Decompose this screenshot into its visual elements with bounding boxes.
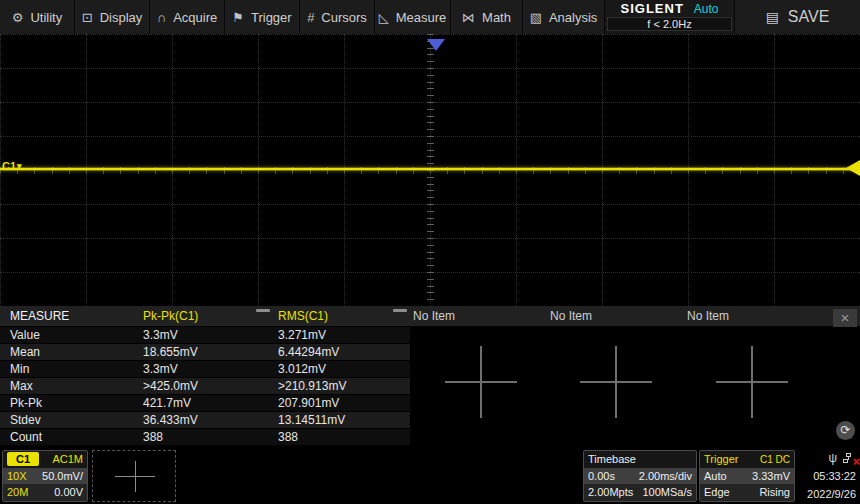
analysis-icon: ▧ [530,10,542,25]
save-button[interactable]: ▤ SAVE [735,0,860,34]
channel1-offset: 0.00V [54,486,83,498]
table-row: Min3.3mV3.012mV [0,361,410,377]
trigger-title: Trigger [704,453,738,465]
table-row: Value3.3mV3.271mV [0,327,410,343]
table-cell: 3.3mV [143,362,178,376]
table-cell: Stdev [10,413,41,427]
table-cell: Pk-Pk [10,396,42,410]
trigger-descriptor[interactable]: Trigger C1 DC Auto 3.33mV Edge Rising [699,450,795,502]
status-panel[interactable]: SIGLENT Auto f < 2.0Hz [605,0,735,34]
channel1-scale: 50.0mV/ [42,470,83,482]
table-cell: Value [10,328,40,342]
table-row: Count388388 [0,429,410,445]
reset-statistics-icon[interactable]: ⟳ [836,421,855,440]
acquire-icon: ∩ [157,10,166,25]
table-cell: 207.901mV [278,396,339,410]
table-cell: 388 [278,430,298,444]
trigger-mode: Auto [704,470,727,482]
add-measure-2-button[interactable] [580,346,652,418]
acquisition-status: Auto [694,2,719,16]
table-row: Pk-Pk421.7mV207.901mV [0,395,410,411]
remove-measure-1-button[interactable] [256,309,270,312]
measure-empty-slot-1[interactable]: No Item [413,309,455,323]
menu-analysis[interactable]: ▧ Analysis [523,0,605,34]
measure-empty-slot-2[interactable]: No Item [550,309,592,323]
usb-icon: ψ [828,451,837,465]
trigger-level: 3.33mV [752,470,790,482]
table-cell: Mean [10,345,40,359]
trigger-type: Edge [704,486,730,498]
brand-logo: SIGLENT [620,1,683,16]
channel1-chip: C1 [7,452,39,466]
channel1-trace [0,168,860,170]
table-cell: 6.44294mV [278,345,339,359]
math-icon: ⋈ [462,10,475,25]
clock-time: 05:33:22 [813,470,856,483]
frequency-counter: f < 2.0Hz [607,17,732,31]
measure-title: MEASURE [10,309,69,323]
datetime-panel[interactable]: ψ × 05:33:22 2022/9/26 [800,450,858,502]
table-cell: >425.0mV [143,379,198,393]
table-cell: 3.3mV [143,328,178,342]
flag-icon: ⚑ [232,10,244,25]
menu-cursors[interactable]: # Cursors [300,0,375,34]
table-cell: 3.271mV [278,328,326,342]
measure-empty-slot-3[interactable]: No Item [687,309,729,323]
measurement-panel: MEASURE Pk-Pk(C1) RMS(C1) No Item No Ite… [0,306,860,446]
trigger-source: C1 DC [760,454,790,465]
marker-arrow-icon: ▾ [17,161,22,171]
clock-date: 2022/9/26 [807,488,856,501]
remove-measure-2-button[interactable] [393,309,407,312]
channel1-bandwidth: 20M [7,486,28,498]
table-cell: 421.7mV [143,396,191,410]
close-measure-panel-button[interactable]: × [833,309,857,327]
table-row: Stdev36.433mV13.14511mV [0,412,410,428]
channel1-offset-marker[interactable]: C1 ▾ [2,160,22,172]
table-row: Mean18.655mV6.44294mV [0,344,410,360]
measurement-header: MEASURE Pk-Pk(C1) RMS(C1) No Item No Ite… [0,306,860,326]
table-cell: 18.655mV [143,345,198,359]
add-measure-1-button[interactable] [445,346,517,418]
measurement-rows: Value3.3mV3.271mVMean18.655mV6.44294mVMi… [0,327,410,446]
cursors-icon: # [307,10,314,25]
menu-trigger[interactable]: ⚑ Trigger [225,0,300,34]
save-icon: ▤ [766,9,779,25]
table-cell: Min [10,362,29,376]
measure-col1-header: Pk-Pk(C1) [143,309,198,323]
add-measure-3-button[interactable] [716,346,788,418]
lan-disconnected-icon: × [843,453,856,464]
add-channel-button[interactable] [92,450,176,502]
menu-math[interactable]: ⋈ Math [451,0,523,34]
table-cell: 3.012mV [278,362,326,376]
table-cell: 13.14511mV [278,413,345,427]
timebase-memory: 2.00Mpts [588,486,633,498]
waveform-display: C1 ▾ [0,34,860,306]
trigger-level-indicator[interactable] [846,160,860,176]
bottom-bar: C1 AC1M 10X 50.0mV/ 20M 0.00V Timebase 0… [0,446,860,504]
timebase-delay: 0.00s [588,470,615,482]
table-cell: Count [10,430,42,444]
table-cell: Max [10,379,33,393]
channel1-coupling: AC1M [52,453,83,465]
gear-icon: ⚙ [12,10,24,25]
table-cell: 36.433mV [143,413,198,427]
table-row: Max>425.0mV>210.913mV [0,378,410,394]
timebase-scale: 2.00ms/div [639,470,692,482]
timebase-samplerate: 100MSa/s [642,486,692,498]
menu-utility[interactable]: ⚙ Utility [0,0,75,34]
menu-display[interactable]: ⊡ Display [75,0,150,34]
lan-x-icon: × [852,455,860,468]
oscilloscope-screen: ⚙ Utility ⊡ Display ∩ Acquire ⚑ Trigger … [0,0,860,504]
timebase-title: Timebase [588,453,636,465]
table-cell: >210.913mV [278,379,346,393]
timebase-descriptor[interactable]: Timebase 0.00s 2.00ms/div 2.00Mpts 100MS… [583,450,697,502]
trigger-slope: Rising [759,486,790,498]
menu-measure[interactable]: ◺ Measure [375,0,451,34]
trigger-position-indicator[interactable] [427,39,445,51]
display-icon: ⊡ [82,10,93,25]
measure-col2-header: RMS(C1) [278,309,328,323]
table-cell: 388 [143,430,163,444]
menu-acquire[interactable]: ∩ Acquire [150,0,225,34]
measure-icon: ◺ [379,10,389,25]
channel1-descriptor[interactable]: C1 AC1M 10X 50.0mV/ 20M 0.00V [2,450,88,502]
